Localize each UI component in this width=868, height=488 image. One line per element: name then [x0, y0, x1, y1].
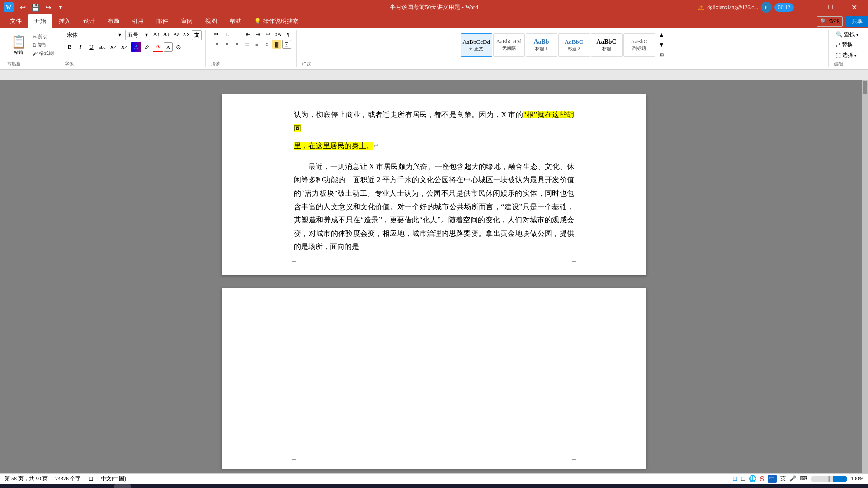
undo-button[interactable]: ↩: [17, 2, 28, 13]
styles-scroll-down-button[interactable]: ▼: [657, 41, 666, 50]
redo-button[interactable]: ↪: [42, 2, 53, 13]
increase-indent-button[interactable]: ⇥: [254, 30, 263, 39]
format-brush-button[interactable]: 🖌 格式刷: [31, 49, 55, 57]
shading-button[interactable]: ▓: [272, 40, 281, 49]
tab-tell-me[interactable]: 💡 操作说明搜索: [248, 14, 305, 28]
find-button[interactable]: 🔍 查找 ▾: [834, 30, 860, 39]
align-left-button[interactable]: ≡: [212, 40, 222, 49]
font-family-dropdown[interactable]: 宋体 ▾: [65, 30, 123, 40]
font-extra-button[interactable]: 文: [192, 30, 202, 40]
input-method-en[interactable]: 英: [780, 475, 786, 483]
show-marks-button[interactable]: ¶: [283, 30, 292, 39]
decrease-indent-button[interactable]: ⇤: [244, 30, 253, 39]
style-heading2[interactable]: AaBbC 标题 2: [558, 33, 590, 57]
vertical-scrollbar[interactable]: [862, 80, 868, 473]
para-new-1: 最近，一则消息让 X 市居民颇为兴奋。一座包含超大的绿地，融合生态、文化、休闲等…: [294, 160, 574, 253]
styles-more-button[interactable]: ⊞: [657, 51, 666, 60]
title-bar: W ↩ 💾 ↪ ▼ 半月谈国考前50天讲义用题 - Word ⚠ dglixia…: [0, 0, 868, 14]
underline-button[interactable]: U: [86, 42, 96, 52]
tab-layout[interactable]: 布局: [101, 14, 126, 28]
style-no-space[interactable]: AaBbCcDd 无间隔: [493, 33, 525, 57]
tab-design[interactable]: 设计: [77, 14, 101, 28]
minimize-button[interactable]: −: [797, 0, 817, 14]
tab-view[interactable]: 视图: [199, 14, 223, 28]
save-button[interactable]: 💾: [30, 2, 41, 13]
justify-button[interactable]: ☰: [242, 40, 251, 49]
cut-button[interactable]: ✂ 剪切: [31, 33, 55, 41]
font-size-dropdown[interactable]: 五号 ▾: [125, 30, 150, 40]
increase-font-size-button[interactable]: A↑: [152, 30, 161, 39]
browser-ie-button[interactable]: e: [96, 484, 113, 488]
align-center-button[interactable]: ≡: [222, 40, 231, 49]
style-normal[interactable]: AaBbCcDd ↵ 正文: [461, 33, 492, 57]
tab-mailings[interactable]: 邮件: [150, 14, 175, 28]
close-button[interactable]: ✕: [844, 0, 864, 14]
select-button[interactable]: ⬚ 选择 ▾: [834, 51, 860, 60]
ruler: [0, 70, 868, 80]
web-view-button[interactable]: 🌐: [749, 475, 756, 483]
user-avatar[interactable]: P: [761, 2, 772, 13]
input-method-zh[interactable]: 中: [768, 475, 777, 483]
customize-button[interactable]: ▼: [55, 2, 66, 13]
page-view-button[interactable]: ⊟: [741, 475, 746, 483]
browser-edge-button[interactable]: ⊕: [78, 484, 95, 488]
style-label-heading1: 标题 1: [535, 46, 548, 52]
styles-gallery: AaBbCcDd ↵ 正文 AaBbCcDd 无间隔 AaBb 标题 1: [461, 33, 655, 57]
read-view-button[interactable]: ⊡: [732, 475, 738, 483]
restore-button[interactable]: □: [820, 0, 841, 14]
justify-chinese-button[interactable]: ≡: [252, 40, 261, 49]
chinese-layout-button[interactable]: 中: [264, 30, 273, 39]
change-case-button[interactable]: Aa: [172, 30, 181, 39]
tab-file[interactable]: 文件: [4, 14, 28, 28]
bullets-button[interactable]: ≡•: [211, 30, 221, 39]
text-highlight-button[interactable]: 🖊: [142, 42, 152, 52]
email-text: dglixianxiang@126.c...: [707, 4, 758, 11]
align-right-button[interactable]: ≡: [232, 40, 241, 49]
superscript-button[interactable]: X2: [119, 42, 129, 52]
multilevel-list-button[interactable]: ≣: [233, 30, 243, 39]
start-button[interactable]: [3, 484, 20, 488]
text-effect-button[interactable]: A: [131, 42, 141, 52]
font-color-button[interactable]: A: [153, 42, 163, 52]
file-manager-button[interactable]: 📁: [60, 484, 77, 488]
sort-button[interactable]: ↕A: [274, 30, 283, 39]
scroll-thumb[interactable]: [863, 81, 867, 94]
subscript-button[interactable]: X2: [108, 42, 118, 52]
ribbon-right-controls: 🔍 查找 共享: [817, 14, 868, 28]
tab-home[interactable]: 开始: [28, 14, 52, 28]
powerpoint-taskbar-button[interactable]: P: [132, 484, 149, 488]
share-button[interactable]: 共享: [846, 16, 868, 27]
word-taskbar-button[interactable]: W: [114, 484, 131, 488]
clear-format-button[interactable]: A✕: [182, 30, 191, 39]
tab-review[interactable]: 审阅: [175, 14, 199, 28]
paste-button[interactable]: 📋 粘贴: [7, 33, 30, 57]
search-box[interactable]: 🔍 查找: [817, 16, 843, 27]
numbering-button[interactable]: 1.: [222, 30, 232, 39]
style-heading1[interactable]: AaBb 标题 1: [526, 33, 557, 57]
copy-button[interactable]: ⧉ 复制: [31, 41, 55, 49]
border-button[interactable]: ⊡: [282, 40, 291, 49]
tab-insert[interactable]: 插入: [52, 14, 77, 28]
italic-button[interactable]: I: [75, 42, 85, 52]
char-border-button[interactable]: A: [164, 42, 173, 52]
tab-references[interactable]: 引用: [126, 14, 150, 28]
view-mode-buttons: ⊡ ⊟ 🌐: [732, 475, 756, 483]
task-view-button[interactable]: ⧉: [41, 484, 58, 488]
replace-button[interactable]: ⇄ 替换: [834, 40, 860, 50]
char-shading-button[interactable]: ⊙: [174, 42, 184, 52]
search-button[interactable]: 🔍: [22, 484, 39, 488]
paragraph-row2: ≡ ≡ ≡ ☰ ≡ ↕ ▓ ⊡: [212, 40, 291, 49]
styles-scroll-up-button[interactable]: ▲: [657, 31, 666, 40]
style-subtitle[interactable]: AaBbC 副标题: [623, 33, 655, 57]
style-title[interactable]: AaBbC 标题: [591, 33, 623, 57]
strikethrough-button[interactable]: abc: [97, 42, 107, 52]
tab-help[interactable]: 帮助: [223, 14, 248, 28]
line-spacing-button[interactable]: ↕: [262, 40, 271, 49]
ribbon-tabs: 文件 开始 插入 设计 布局 引用 邮件 审阅 视图 帮助 💡 操作说明搜索 🔍…: [0, 14, 868, 28]
zoom-slider[interactable]: [811, 476, 847, 482]
text-normal-1: 认为，彻底停止商业，或者迁走所有居民，都不是良策。因为，X 市的: [294, 111, 523, 118]
style-preview-no-space: AaBbCcDd: [496, 38, 522, 45]
decrease-font-size-button[interactable]: A↓: [162, 30, 171, 39]
bold-button[interactable]: B: [65, 42, 75, 52]
document-area[interactable]: 认为，彻底停止商业，或者迁走所有居民，都不是良策。因为，X 市的“根”就在这些胡…: [0, 80, 868, 473]
